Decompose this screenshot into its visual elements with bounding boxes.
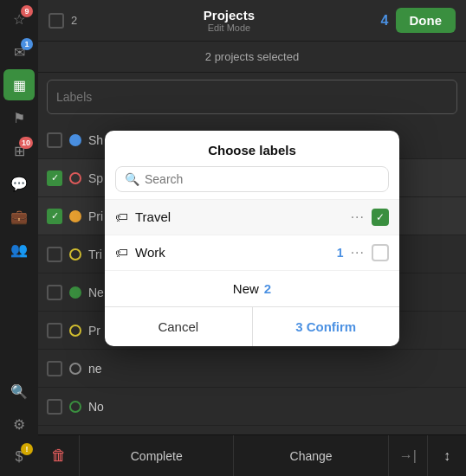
sidebar-item-projects[interactable]: ▦ xyxy=(3,69,35,100)
sidebar: ☆ 9 ✉ 1 ▦ ⚑ ⊞ 10 💬 💼 👥 🔍 ⚙ $ ! xyxy=(0,0,38,476)
label-name: Travel xyxy=(135,209,344,224)
search-icon: 🔍 xyxy=(125,172,139,186)
new-label-row[interactable]: New 2 xyxy=(105,270,399,306)
modal-title: Choose labels xyxy=(105,131,399,166)
confirm-number: 3 xyxy=(295,319,302,334)
new-label-text: New xyxy=(233,281,259,296)
modal-overlay: Choose labels 🔍 🏷 Travel ··· 🏷 Work 1 ··… xyxy=(38,0,466,476)
sidebar-item-search[interactable]: 🔍 xyxy=(3,376,35,407)
sidebar-item-dollar[interactable]: $ ! xyxy=(3,441,35,473)
work-checkbox[interactable] xyxy=(372,244,389,261)
settings-icon: ⚙ xyxy=(13,416,25,433)
new-badge: 2 xyxy=(264,281,271,296)
more-options-icon[interactable]: ··· xyxy=(351,209,365,225)
modal-actions: Cancel 3 Confirm xyxy=(105,306,399,346)
sidebar-item-people[interactable]: 👥 xyxy=(3,234,35,265)
calendar-badge: 10 xyxy=(19,137,33,149)
tag-icon: 🏷 xyxy=(115,245,128,260)
more-options-icon[interactable]: ··· xyxy=(351,245,365,261)
tag-icon: 🏷 xyxy=(115,209,128,224)
work-count: 1 xyxy=(337,246,344,260)
sidebar-item-settings[interactable]: ⚙ xyxy=(3,408,35,440)
confirm-label: Confirm xyxy=(307,319,357,334)
briefcase-icon: 💼 xyxy=(10,209,28,225)
travel-checkbox[interactable] xyxy=(372,209,389,226)
inbox-badge: 1 xyxy=(21,38,33,50)
label-row-travel[interactable]: 🏷 Travel ··· xyxy=(105,199,399,235)
confirm-button[interactable]: 3 Confirm xyxy=(253,307,400,346)
chat-icon: 💬 xyxy=(10,176,28,192)
search-field[interactable]: 🔍 xyxy=(115,166,389,192)
sidebar-item-briefcase[interactable]: 💼 xyxy=(3,201,35,232)
sidebar-item-calendar[interactable]: ⊞ 10 xyxy=(3,135,35,166)
cancel-button[interactable]: Cancel xyxy=(105,307,253,346)
sidebar-item-inbox[interactable]: ✉ 1 xyxy=(3,36,35,68)
sidebar-item-home[interactable]: ☆ 9 xyxy=(3,3,35,35)
search-input[interactable] xyxy=(145,172,379,186)
label-name: Work xyxy=(135,245,330,260)
choose-labels-modal: Choose labels 🔍 🏷 Travel ··· 🏷 Work 1 ··… xyxy=(105,131,399,346)
home-badge: 9 xyxy=(21,5,33,17)
search-icon: 🔍 xyxy=(10,383,28,400)
dollar-badge: ! xyxy=(21,443,33,455)
projects-icon: ▦ xyxy=(13,77,26,93)
sidebar-item-flag[interactable]: ⚑ xyxy=(3,102,35,133)
people-icon: 👥 xyxy=(10,241,28,258)
label-row-work[interactable]: 🏷 Work 1 ··· xyxy=(105,235,399,270)
flag-icon: ⚑ xyxy=(13,110,25,126)
sidebar-item-chat[interactable]: 💬 xyxy=(3,168,35,199)
